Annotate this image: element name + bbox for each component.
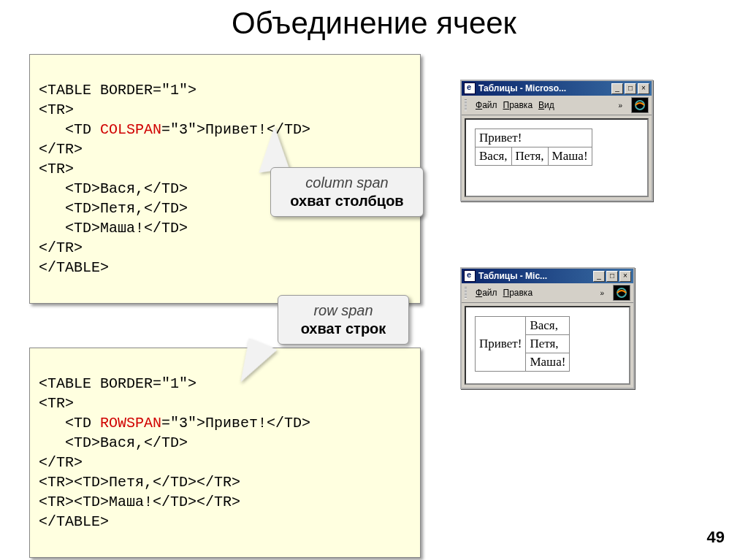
code-line: </TR>	[39, 141, 83, 158]
rendered-table: Привет! Вася, Петя, Маша!	[475, 129, 592, 166]
menu-edit[interactable]: Правка	[503, 288, 533, 298]
table-cell: Привет!	[476, 129, 592, 147]
code-box-rowspan: <TABLE BORDER="1"> <TR> <TD ROWSPAN="3">…	[29, 348, 421, 558]
menubar: Файл Правка Вид »	[462, 96, 652, 115]
code-line: <TD>Вася,</TD>	[39, 434, 188, 451]
table-cell: Петя,	[511, 147, 548, 166]
close-button[interactable]: ×	[619, 271, 631, 282]
keyword-colspan: COLSPAN	[100, 121, 161, 138]
titlebar: Таблицы - Microso... _ □ ×	[462, 81, 652, 96]
chevron-more-icon[interactable]: »	[618, 101, 622, 110]
window-title: Таблицы - Microso...	[478, 83, 610, 93]
menu-view[interactable]: Вид	[538, 100, 554, 110]
close-button[interactable]: ×	[638, 83, 649, 94]
page-content: Привет! Вася, Петя, Маша!	[465, 118, 649, 197]
code-line: <TR>	[39, 161, 74, 177]
maximize-button[interactable]: □	[625, 83, 636, 94]
code-line: <TD>Петя,</TD>	[39, 200, 188, 217]
callout-line: column span	[281, 174, 413, 192]
callout-line: охват строк	[289, 320, 398, 338]
code-line: <TD>Маша!</TD>	[39, 220, 188, 237]
callout-pointer-icon	[253, 125, 289, 172]
slide-title: Объединение ячеек	[0, 6, 748, 41]
menubar: Файл Правка »	[462, 283, 633, 303]
code-line: <TR><TD>Маша!</TD></TR>	[39, 494, 240, 510]
ie-icon	[464, 83, 476, 94]
grip-icon	[465, 99, 467, 111]
ie-icon	[464, 270, 476, 282]
code-line: <TR><TD>Петя,</TD></TR>	[39, 474, 240, 491]
code-line: </TR>	[39, 239, 83, 256]
callout-rowspan: row span охват строк	[278, 295, 409, 345]
table-cell: Вася,	[526, 317, 570, 335]
page-number: 49	[707, 528, 725, 547]
code-line: </TABLE>	[39, 513, 109, 530]
browser-window-rowspan: Таблицы - Mic... _ □ × Файл Правка » При…	[460, 267, 635, 389]
code-line: <TABLE BORDER="1">	[39, 375, 196, 392]
rendered-table: Привет! Вася, Петя, Маша!	[475, 316, 570, 372]
table-cell: Вася,	[476, 147, 512, 166]
code-line: <TR>	[39, 395, 74, 412]
window-title: Таблицы - Mic...	[478, 271, 592, 281]
grip-icon	[465, 287, 467, 299]
callout-colspan: column span охват столбцов	[270, 167, 424, 217]
code-line: </TR>	[39, 454, 83, 471]
code-line: <TABLE BORDER="1">	[39, 82, 196, 99]
svg-point-0	[636, 101, 644, 110]
table-cell: Маша!	[548, 147, 592, 166]
table-cell: Петя,	[526, 335, 570, 353]
table-cell: Привет!	[476, 317, 526, 372]
menu-edit[interactable]: Правка	[503, 100, 533, 110]
code-line: <TD ROWSPAN="3">Привет!</TD>	[39, 415, 310, 431]
callout-line: охват столбцов	[281, 192, 413, 210]
keyword-rowspan: ROWSPAN	[100, 415, 161, 431]
maximize-button[interactable]: □	[606, 271, 618, 282]
minimize-button[interactable]: _	[611, 83, 623, 94]
table-cell: Маша!	[526, 353, 570, 372]
titlebar: Таблицы - Mic... _ □ ×	[462, 269, 633, 283]
svg-point-1	[617, 288, 626, 297]
code-line: <TD>Вася,</TD>	[39, 180, 188, 197]
menu-file[interactable]: Файл	[476, 288, 497, 298]
chevron-more-icon[interactable]: »	[600, 289, 604, 297]
browser-window-colspan: Таблицы - Microso... _ □ × Файл Правка В…	[460, 80, 653, 202]
code-line: <TR>	[39, 101, 74, 118]
callout-line: row span	[289, 302, 398, 320]
code-line: </TABLE>	[39, 259, 109, 276]
minimize-button[interactable]: _	[593, 271, 605, 282]
throbber-icon	[613, 285, 630, 301]
menu-file[interactable]: Файл	[476, 100, 497, 110]
throbber-icon	[631, 97, 649, 113]
page-content: Привет! Вася, Петя, Маша!	[465, 306, 630, 385]
